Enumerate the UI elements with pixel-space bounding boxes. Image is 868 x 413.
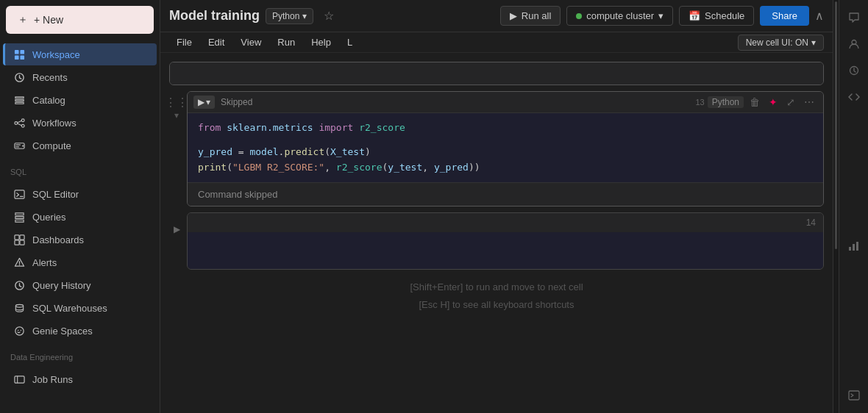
scrollbar-track[interactable] [833, 0, 839, 413]
share-button[interactable]: Share [760, 6, 809, 26]
catalog-label: Catalog [32, 95, 65, 106]
code-line-1: from sklearn.metrics import r2_score [198, 121, 813, 136]
sidebar-item-job-runs[interactable]: Job Runs [3, 368, 157, 390]
cell-13-code[interactable]: from sklearn.metrics import r2_score y_p… [188, 113, 823, 182]
workspace-icon [13, 49, 25, 60]
terminal-icon[interactable] [842, 384, 866, 407]
sidebar-item-dashboards[interactable]: Dashboards [3, 229, 157, 251]
sidebar-item-alerts[interactable]: Alerts [3, 251, 157, 273]
cluster-chevron-icon: ▾ [658, 10, 664, 21]
sidebar-item-workflows[interactable]: Workflows [3, 112, 157, 134]
new-cell-chevron-icon: ▾ [811, 37, 816, 48]
query-history-label: Query History [32, 280, 90, 291]
cluster-status-dot [576, 13, 582, 19]
sidebar-item-sql-editor[interactable]: SQL Editor [3, 183, 157, 205]
sql-editor-icon [13, 188, 25, 200]
run-cell-14-icon[interactable]: ▶ [174, 224, 180, 234]
svg-point-23 [15, 304, 23, 307]
cell-13-more-button[interactable]: ⋯ [801, 95, 817, 109]
sidebar-item-queries[interactable]: Queries [3, 206, 157, 228]
new-button-label: + New [34, 14, 63, 26]
collapse-cell-icon[interactable]: ▾ [174, 110, 179, 121]
query-history-icon [13, 279, 25, 291]
sidebar-item-sql-warehouses[interactable]: SQL Warehouses [3, 297, 157, 319]
menu-file[interactable]: File [169, 34, 199, 51]
schedule-label: Schedule [705, 10, 744, 21]
workflows-icon [13, 117, 25, 129]
language-selector[interactable]: Python ▾ [266, 8, 313, 24]
cell-13-container: ⋮⋮ ▾ ▶ ▾ Skipped 13 Python 🗑 ✦ ⤢ [169, 91, 824, 206]
play-icon: ▶ [510, 10, 517, 21]
svg-line-8 [17, 121, 21, 123]
scrollbar-thumb[interactable] [835, 1, 837, 249]
drag-handle-icon[interactable]: ⋮⋮ [165, 97, 188, 109]
hint-line-1: [Shift+Enter] to run and move to next ce… [169, 279, 824, 295]
code-line-3: print("LGBM R2_SCORE:", r2_score(y_test,… [198, 160, 813, 176]
chart-icon[interactable] [842, 234, 866, 258]
code-line-2: y_pred = model.predict(X_test) [198, 145, 813, 160]
menu-l[interactable]: L [340, 34, 360, 51]
cell-13-delete-button[interactable]: 🗑 [747, 95, 763, 109]
queries-label: Queries [32, 212, 66, 223]
code-blank-line [198, 136, 813, 145]
run-icon: ▶ [198, 97, 204, 107]
cell-13-ai-button[interactable]: ✦ [766, 95, 780, 109]
svg-rect-19 [19, 240, 24, 244]
cell-14-code-area[interactable] [188, 232, 823, 269]
notebook-content[interactable]: ⋮⋮ ▾ ▶ ▾ Skipped 13 Python 🗑 ✦ ⤢ [160, 53, 833, 413]
menu-help[interactable]: Help [304, 34, 338, 51]
alerts-label: Alerts [32, 257, 57, 268]
menu-edit[interactable]: Edit [201, 34, 232, 51]
svg-rect-31 [853, 244, 855, 251]
cell-14[interactable]: 14 [187, 212, 824, 270]
comments-icon[interactable] [842, 6, 866, 29]
schedule-button[interactable]: 📅 Schedule [679, 6, 754, 26]
cell-13-expand-button[interactable]: ⤢ [783, 95, 798, 109]
code-icon[interactable] [842, 85, 866, 109]
sidebar-item-compute[interactable]: Compute [3, 134, 157, 157]
compute-label: Compute [32, 140, 71, 151]
sidebar-item-query-history[interactable]: Query History [3, 274, 157, 296]
sidebar-item-workspace[interactable]: Workspace [3, 43, 157, 65]
svg-rect-0 [14, 49, 18, 54]
svg-rect-30 [849, 247, 851, 251]
top-bar: Model training Python ▾ ☆ ▶ Run all comp… [160, 0, 833, 32]
chevron-down-icon: ▾ [302, 11, 307, 21]
cell-14-container: ▶ 14 [169, 212, 824, 270]
svg-point-5 [14, 121, 17, 124]
calendar-icon: 📅 [689, 10, 700, 21]
main-nav: Workspace Recents Catalog Workflows Comp… [0, 40, 160, 160]
alerts-icon [13, 256, 25, 268]
data-eng-nav: Job Runs [0, 364, 160, 394]
hint-line-2: [Esc H] to see all keyboard shortcuts [169, 296, 824, 313]
new-cell-toggle-label: New cell UI: ON [746, 37, 808, 48]
history-icon[interactable] [842, 59, 866, 82]
cluster-label: compute cluster [586, 10, 654, 21]
new-button[interactable]: ＋ + New [6, 6, 154, 34]
svg-line-9 [17, 123, 21, 125]
collapse-sidebar-button[interactable]: ∧ [815, 9, 824, 23]
svg-point-7 [21, 124, 24, 127]
user-icon[interactable] [842, 32, 866, 56]
menu-bar: File Edit View Run Help L New cell UI: O… [160, 32, 833, 53]
share-label: Share [772, 10, 797, 21]
run-all-button[interactable]: ▶ Run all [500, 6, 561, 26]
plus-icon: ＋ [18, 13, 28, 26]
star-button[interactable]: ☆ [319, 7, 338, 24]
menu-view[interactable]: View [233, 34, 268, 51]
svg-rect-2 [14, 55, 18, 60]
sql-warehouses-icon [13, 302, 25, 314]
workflows-label: Workflows [32, 118, 77, 129]
cluster-button[interactable]: compute cluster ▾ [566, 6, 673, 26]
new-cell-ui-toggle[interactable]: New cell UI: ON ▾ [738, 35, 824, 51]
sidebar-item-recents[interactable]: Recents [3, 66, 157, 88]
sidebar-item-catalog[interactable]: Catalog [3, 89, 157, 111]
cell-13-toolbar: ▶ ▾ Skipped 13 Python 🗑 ✦ ⤢ ⋯ [188, 92, 823, 113]
sidebar-item-genie-spaces[interactable]: Genie Spaces [3, 320, 157, 342]
language-label: Python [272, 11, 299, 21]
run-cell-13-button[interactable]: ▶ ▾ [193, 96, 215, 109]
svg-rect-1 [20, 49, 24, 54]
sql-nav: SQL Editor Queries Dashboards Alerts Que… [0, 179, 160, 345]
svg-point-11 [22, 145, 24, 146]
menu-run[interactable]: Run [270, 34, 302, 51]
